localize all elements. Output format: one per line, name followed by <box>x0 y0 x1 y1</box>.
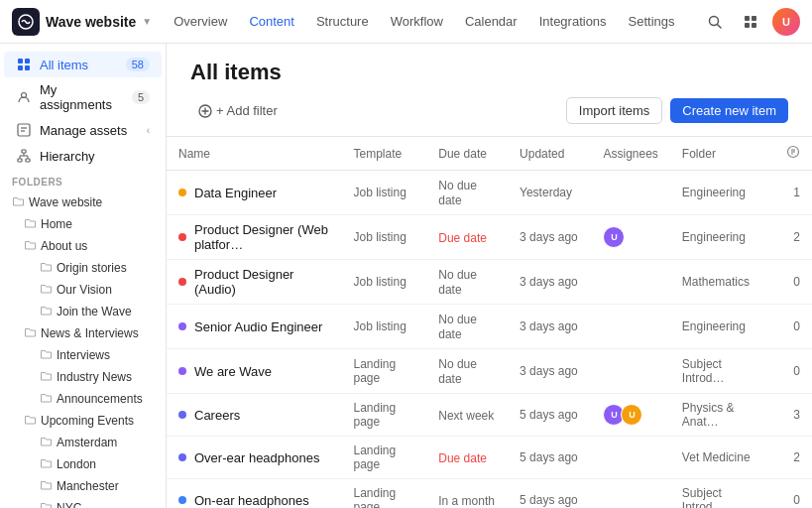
due-date-cell: Next week <box>426 394 508 437</box>
folder-label: Announcements <box>57 392 143 406</box>
table-row[interactable]: Product Designer (Audio) Job listingNo d… <box>167 260 812 305</box>
folder-item-amsterdam[interactable]: Amsterdam <box>4 432 162 453</box>
folder-label: Interviews <box>57 348 110 362</box>
col-header-icon[interactable] <box>774 137 812 171</box>
import-button[interactable]: Import items <box>566 97 663 124</box>
item-name: On-ear headphones <box>194 493 309 508</box>
nav-link-settings[interactable]: Settings <box>619 10 685 33</box>
folder-icon <box>40 500 53 508</box>
nav-link-structure[interactable]: Structure <box>306 10 379 33</box>
table-row[interactable]: Data Engineer Job listingNo due dateYest… <box>167 171 812 215</box>
nav-link-workflow[interactable]: Workflow <box>381 10 453 33</box>
folder-icon <box>24 238 37 254</box>
updated-cell: 5 days ago <box>508 394 591 437</box>
folder-item-nyc[interactable]: NYC <box>4 497 162 508</box>
nav-right: U <box>701 8 800 36</box>
sidebar-item-all-items[interactable]: All items58 <box>4 52 162 77</box>
due-date-cell: No due date <box>426 260 508 305</box>
folder-item-london[interactable]: London <box>4 453 162 475</box>
app-dropdown-icon[interactable]: ▼ <box>142 16 152 27</box>
folder-item-industry-news[interactable]: Industry News <box>4 366 162 388</box>
col-header-Folder: Folder <box>670 137 774 171</box>
assignees-cell: UU <box>591 394 669 437</box>
nav-links: OverviewContentStructureWorkflowCalendar… <box>164 10 697 33</box>
search-button[interactable] <box>701 8 729 36</box>
due-date-cell: No due date <box>426 171 508 215</box>
folder-label: About us <box>41 239 87 253</box>
content-header: All items + Add filter Import items Crea… <box>167 44 812 137</box>
updated-cell: 5 days ago <box>508 437 591 479</box>
assignee-avatar: U <box>621 404 642 426</box>
folder-item-manchester[interactable]: Manchester <box>4 475 162 497</box>
name-cell: On-ear headphones <box>167 479 341 509</box>
grid-button[interactable] <box>737 8 764 36</box>
nav-link-content[interactable]: Content <box>239 10 304 33</box>
app-name: Wave website <box>46 14 136 30</box>
svg-rect-16 <box>18 159 22 162</box>
svg-rect-6 <box>752 23 756 28</box>
nav-link-overview[interactable]: Overview <box>164 10 237 33</box>
folder-item-join-the-wave[interactable]: Join the Wave <box>4 301 162 322</box>
folder-cell: Subject Introd… <box>670 349 774 394</box>
col-header-Name: Name <box>167 137 341 171</box>
folder-item-origin-stories[interactable]: Origin stories <box>4 257 162 279</box>
folder-item-home[interactable]: Home <box>4 213 162 235</box>
due-date-value: Due date <box>438 451 487 465</box>
folder-icon <box>12 194 25 210</box>
create-new-item-button[interactable]: Create new item <box>670 98 788 123</box>
nav-link-integrations[interactable]: Integrations <box>529 10 617 33</box>
folder-cell: Vet Medicine <box>670 437 774 479</box>
folder-icon <box>40 260 53 276</box>
table-row[interactable]: Senior Audio Engineer Job listingNo due … <box>167 305 812 349</box>
template-cell: Landing page <box>341 437 426 479</box>
sidebar-item-my-assignments[interactable]: My assignments5 <box>4 77 162 117</box>
table-row[interactable]: Over-ear headphones Landing pageDue date… <box>167 437 812 479</box>
app-logo[interactable]: Wave website ▼ <box>12 8 152 36</box>
assignees-cell <box>591 437 669 479</box>
add-filter-button[interactable]: + Add filter <box>190 99 286 122</box>
sidebar-badge: 58 <box>126 58 150 71</box>
count-cell: 3 <box>774 394 812 437</box>
status-dot <box>178 367 186 375</box>
item-name: We are Wave <box>194 364 272 379</box>
folder-item-our-vision[interactable]: Our Vision <box>4 279 162 301</box>
nav-link-calendar[interactable]: Calendar <box>455 10 527 33</box>
folder-item-announcements[interactable]: Announcements <box>4 388 162 410</box>
items-table: NameTemplateDue dateUpdatedAssigneesFold… <box>167 137 812 508</box>
folder-item-wave-website[interactable]: Wave website <box>4 191 162 213</box>
folder-cell: Engineering <box>670 171 774 215</box>
updated-cell: 3 days ago <box>508 215 591 260</box>
folder-label: Upcoming Events <box>41 414 134 428</box>
folder-item-interviews[interactable]: Interviews <box>4 344 162 366</box>
items-table-container: NameTemplateDue dateUpdatedAssigneesFold… <box>167 137 812 508</box>
sidebar-icon <box>16 148 32 164</box>
count-cell: 2 <box>774 215 812 260</box>
due-date-value: No due date <box>438 268 477 297</box>
user-avatar[interactable]: U <box>772 8 800 36</box>
updated-cell: 3 days ago <box>508 305 591 349</box>
name-cell: Senior Audio Engineer <box>167 305 341 349</box>
folder-item-news-and-interviews[interactable]: News & Interviews <box>4 322 162 344</box>
status-dot <box>178 233 186 241</box>
folder-item-about-us[interactable]: About us <box>4 235 162 257</box>
table-row[interactable]: Product Designer (Web platfor… Job listi… <box>167 215 812 260</box>
folder-icon <box>40 369 53 385</box>
folder-label: Amsterdam <box>57 436 117 449</box>
sidebar: All items58My assignments5Manage assets‹… <box>0 44 167 508</box>
table-row[interactable]: We are Wave Landing pageNo due date3 day… <box>167 349 812 394</box>
folder-icon <box>40 391 53 407</box>
sidebar-item-manage-assets[interactable]: Manage assets‹ <box>4 117 162 143</box>
folder-icon <box>40 456 53 472</box>
assignees-cell <box>591 260 669 305</box>
folder-label: Home <box>41 217 72 231</box>
sidebar-item-hierarchy[interactable]: Hierarchy <box>4 143 162 169</box>
status-dot <box>178 411 186 419</box>
table-row[interactable]: Careers Landing pageNext week5 days agoU… <box>167 394 812 437</box>
count-cell: 0 <box>774 260 812 305</box>
status-dot <box>178 189 186 196</box>
table-row[interactable]: On-ear headphones Landing pageIn a month… <box>167 479 812 509</box>
template-cell: Landing page <box>341 349 426 394</box>
due-date-cell: No due date <box>426 305 508 349</box>
folder-item-upcoming-events[interactable]: Upcoming Events <box>4 410 162 432</box>
folder-cell: Physics & Anat… <box>670 394 774 437</box>
